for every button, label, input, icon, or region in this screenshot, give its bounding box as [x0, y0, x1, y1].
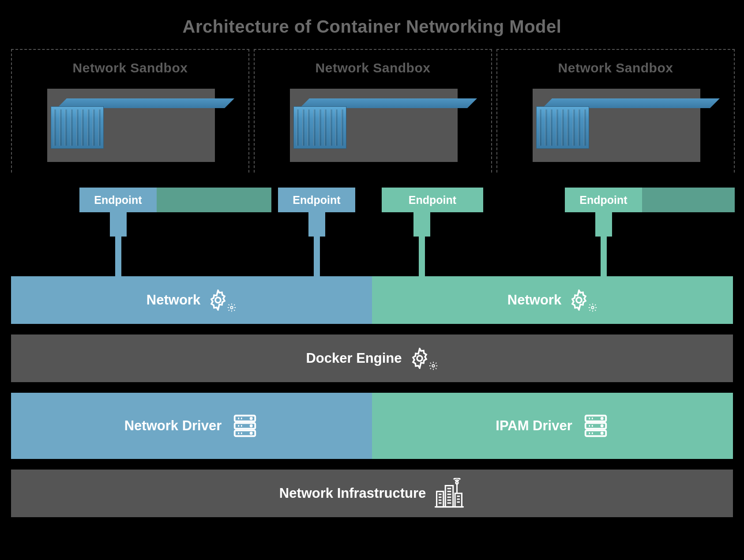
svg-point-0	[215, 297, 221, 303]
server-icon	[582, 412, 609, 440]
sandbox-label: Network Sandbox	[497, 60, 734, 75]
networks-row: Network Network	[11, 276, 733, 324]
svg-point-3	[591, 306, 594, 309]
endpoint-0-stem	[115, 236, 121, 277]
network-driver: Network Driver	[11, 393, 372, 459]
svg-point-11	[251, 418, 252, 419]
docker-engine-label: Docker Engine	[306, 350, 402, 366]
sandbox-1: Network Sandbox	[254, 49, 492, 173]
drivers-row: Network Driver IPAM Driver	[11, 393, 733, 459]
docker-engine-row: Docker Engine	[11, 334, 733, 382]
endpoint-3-stem	[601, 236, 607, 277]
gear-icon	[207, 289, 237, 311]
infrastructure-label: Network Infrastructure	[279, 485, 426, 501]
gear-icon	[568, 289, 597, 311]
container-icon	[293, 106, 346, 149]
endpoint-2: Endpoint	[382, 188, 483, 212]
svg-point-17	[251, 432, 252, 434]
svg-point-1	[230, 306, 233, 309]
network-0-label: Network	[147, 292, 200, 308]
sandbox-2: Network Sandbox	[496, 49, 735, 173]
endpoint-2-connector	[413, 212, 430, 237]
endpoint-3: Endpoint	[565, 188, 642, 212]
svg-point-23	[601, 418, 602, 419]
gear-icon	[409, 348, 438, 369]
sandbox-label: Network Sandbox	[255, 60, 491, 75]
server-icon	[231, 412, 259, 440]
endpoint-0: Endpoint	[79, 188, 157, 212]
network-1-label: Network	[507, 292, 561, 308]
svg-point-26	[601, 425, 602, 426]
endpoints-row: Endpoint Endpoint Endpoint Endpoint	[11, 188, 733, 212]
sandbox-0: Network Sandbox	[11, 49, 249, 173]
building-icon	[434, 478, 465, 509]
network-driver-label: Network Driver	[124, 418, 222, 434]
container-icon	[51, 106, 104, 149]
container-icon	[536, 106, 589, 149]
diagram-title: Architecture of Container Networking Mod…	[0, 0, 744, 49]
svg-rect-32	[455, 493, 462, 507]
svg-point-5	[432, 365, 435, 367]
endpoint-3-shadow	[642, 188, 735, 212]
endpoint-1-connector	[308, 212, 325, 237]
endpoint-0-shadow	[157, 188, 271, 212]
network-0: Network	[11, 276, 372, 324]
endpoint-0-connector	[110, 212, 127, 237]
ipam-driver-label: IPAM Driver	[496, 418, 572, 434]
network-1: Network	[372, 276, 733, 324]
sandboxes-row: Network Sandbox Network Sandbox Network …	[11, 49, 733, 190]
endpoint-3-connector	[595, 212, 612, 237]
infrastructure-row: Network Infrastructure	[11, 470, 733, 517]
svg-point-29	[601, 432, 602, 434]
svg-point-4	[417, 356, 422, 361]
svg-point-14	[251, 425, 252, 426]
svg-point-2	[576, 297, 582, 303]
ipam-driver: IPAM Driver	[372, 393, 733, 459]
endpoint-1: Endpoint	[278, 188, 355, 212]
sandbox-label: Network Sandbox	[12, 60, 248, 75]
endpoint-2-stem	[419, 236, 425, 277]
endpoint-1-stem	[314, 236, 320, 277]
svg-point-47	[456, 481, 458, 484]
